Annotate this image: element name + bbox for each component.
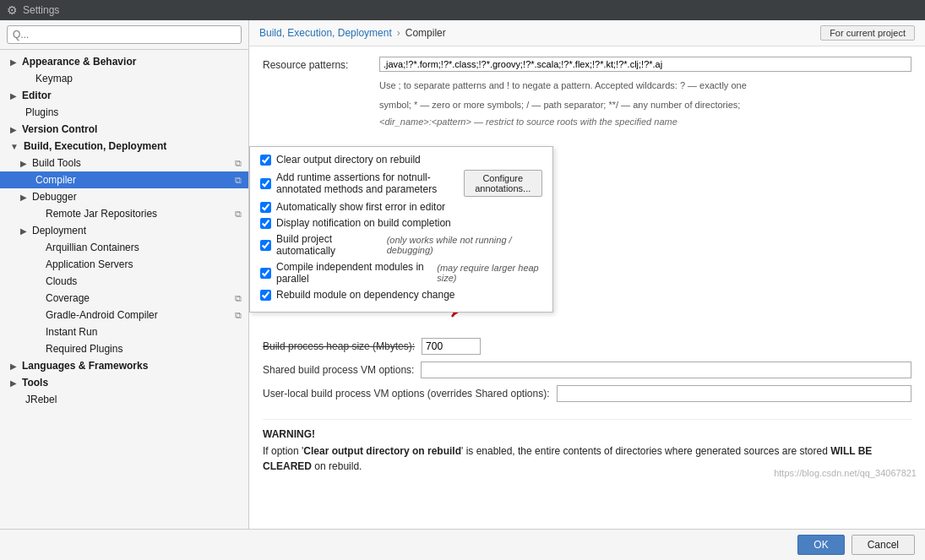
- user-local-vm-label: User-local build process VM options (ove…: [263, 388, 550, 400]
- sidebar-label-clouds: Clouds: [46, 275, 77, 287]
- checkbox-label-display-notification: Display notification on build completion: [276, 217, 451, 229]
- sidebar-item-version-control[interactable]: ▶Version Control: [0, 121, 248, 138]
- checkbox-display-notification[interactable]: [260, 218, 271, 229]
- sidebar-item-app-servers[interactable]: Application Servers: [0, 256, 248, 273]
- sidebar-label-app-servers: Application Servers: [46, 258, 133, 270]
- checkbox-row-clear-output: Clear output directory on rebuild: [260, 154, 542, 166]
- project-button[interactable]: For current project: [820, 25, 915, 41]
- breadcrumb-part1[interactable]: Build, Execution, Deployment: [259, 27, 392, 39]
- sidebar-label-required-plugins: Required Plugins: [46, 343, 122, 355]
- resource-patterns-input[interactable]: [379, 57, 911, 72]
- build-auto-note: (only works while not running / debuggin…: [387, 235, 542, 255]
- checkbox-add-runtime[interactable]: [260, 178, 271, 189]
- checkbox-row-compile-parallel: Compile independent modules in parallel(…: [260, 261, 542, 285]
- breadcrumb-part2: Compiler: [405, 27, 446, 39]
- sidebar-item-debugger[interactable]: ▶Debugger: [0, 188, 248, 205]
- help-text-2: symbol; * — zero or more symbols; / — pa…: [379, 98, 911, 112]
- tree-arrow-editor: ▶: [10, 91, 17, 101]
- sidebar-item-required-plugins[interactable]: Required Plugins: [0, 340, 248, 357]
- checkbox-row-build-automatically: Build project automatically(only works w…: [260, 233, 542, 257]
- shared-vm-input[interactable]: [421, 362, 911, 378]
- sidebar-item-instant-run[interactable]: Instant Run: [0, 323, 248, 340]
- sidebar-item-compiler[interactable]: Compiler⧉: [0, 171, 248, 188]
- copy-icon-build-tools: ⧉: [235, 158, 242, 169]
- checkbox-row-add-runtime: Add runtime assertions for notnull-annot…: [260, 170, 542, 197]
- resource-patterns-label: Resource patterns:: [263, 57, 373, 71]
- user-local-vm-input[interactable]: [557, 385, 912, 402]
- sidebar-label-languages-frameworks: Languages & Frameworks: [22, 360, 148, 372]
- sidebar-label-jrebel: JRebel: [25, 394, 57, 405]
- sidebar-item-plugins[interactable]: Plugins: [0, 104, 248, 121]
- sidebar-item-deployment[interactable]: ▶Deployment: [0, 222, 248, 239]
- sidebar-item-build-tools[interactable]: ▶Build Tools⧉: [0, 155, 248, 171]
- watermark: https://blog.csdn.net/qq_34067821: [774, 468, 917, 478]
- tree-arrow-deployment: ▶: [20, 226, 27, 236]
- checkbox-label-auto-show-error: Automatically show first error in editor: [276, 201, 445, 213]
- sidebar-item-clouds[interactable]: Clouds: [0, 273, 248, 290]
- sidebar: ▶Appearance & BehaviorKeymap▶EditorPlugi…: [0, 20, 249, 529]
- sidebar-item-appearance[interactable]: ▶Appearance & Behavior: [0, 53, 248, 70]
- copy-icon-remote-jar: ⧉: [235, 209, 242, 220]
- tree-arrow-build-exec-deploy: ▼: [10, 142, 19, 151]
- sidebar-item-tools[interactable]: ▶Tools: [0, 374, 248, 391]
- checkbox-label-rebuild-on-change: Rebuild module on dependency change: [276, 289, 455, 301]
- sidebar-label-tools: Tools: [22, 377, 48, 389]
- search-input[interactable]: [7, 25, 242, 44]
- sidebar-label-plugins: Plugins: [25, 106, 58, 118]
- sidebar-item-gradle-android[interactable]: Gradle-Android Compiler⧉: [0, 307, 248, 323]
- shared-vm-row: Shared build process VM options:: [263, 362, 911, 378]
- sidebar-item-jrebel[interactable]: JRebel: [0, 391, 248, 408]
- sidebar-label-coverage: Coverage: [46, 292, 90, 304]
- sidebar-label-build-tools: Build Tools: [32, 157, 81, 169]
- checkbox-label-clear-output: Clear output directory on rebuild: [276, 154, 421, 166]
- sidebar-tree: ▶Appearance & BehaviorKeymap▶EditorPlugi…: [0, 50, 248, 529]
- tree-arrow-debugger: ▶: [20, 193, 27, 202]
- shared-vm-label: Shared build process VM options:: [263, 364, 414, 376]
- checkbox-label-add-runtime: Add runtime assertions for notnull-annot…: [276, 171, 459, 195]
- ok-button[interactable]: OK: [797, 535, 844, 555]
- checkbox-build-automatically[interactable]: [260, 240, 271, 251]
- heap-label: Build process heap size (Mbytes):: [263, 340, 415, 352]
- sidebar-label-remote-jar: Remote Jar Repositories: [46, 208, 157, 220]
- bottom-bar: OK Cancel: [0, 529, 925, 560]
- tree-arrow-appearance: ▶: [10, 57, 17, 67]
- checkbox-rebuild-on-change[interactable]: [260, 290, 271, 301]
- sidebar-item-arquillian[interactable]: Arquillian Containers: [0, 239, 248, 256]
- checkboxes-overlay: Clear output directory on rebuildAdd run…: [249, 146, 553, 313]
- sidebar-item-editor[interactable]: ▶Editor: [0, 87, 248, 104]
- breadcrumb-sep: ›: [397, 27, 400, 39]
- sidebar-label-appearance: Appearance & Behavior: [22, 56, 136, 68]
- checkbox-compile-parallel[interactable]: [260, 268, 271, 279]
- sidebar-item-keymap[interactable]: Keymap: [0, 70, 248, 87]
- tree-arrow-languages-frameworks: ▶: [10, 362, 17, 371]
- title-bar: ⚙ Settings: [0, 0, 925, 20]
- settings-icon: ⚙: [7, 3, 18, 17]
- checkbox-row-display-notification: Display notification on build completion: [260, 217, 542, 229]
- main-panel: Build, Execution, Deployment › Compiler …: [249, 20, 925, 529]
- sidebar-label-debugger: Debugger: [32, 191, 77, 203]
- sidebar-item-languages-frameworks[interactable]: ▶Languages & Frameworks: [0, 357, 248, 374]
- user-local-vm-row: User-local build process VM options (ove…: [263, 385, 911, 402]
- sidebar-label-keymap: Keymap: [35, 73, 73, 84]
- sidebar-label-compiler: Compiler: [35, 174, 76, 186]
- compile-parallel-note: (may require larger heap size): [437, 263, 542, 283]
- dir-name-text: <dir_name>:<pattern> — restrict to sourc…: [379, 117, 911, 127]
- checkbox-row-rebuild-on-change: Rebuild module on dependency change: [260, 289, 542, 301]
- checkbox-label-compile-parallel: Compile independent modules in parallel: [276, 261, 432, 285]
- copy-icon-coverage: ⧉: [235, 293, 242, 304]
- sidebar-item-remote-jar[interactable]: Remote Jar Repositories⧉: [0, 205, 248, 222]
- search-box: [0, 20, 248, 50]
- sidebar-label-build-exec-deploy: Build, Execution, Deployment: [24, 140, 166, 152]
- copy-icon-gradle-android: ⧉: [235, 310, 242, 321]
- sidebar-item-coverage[interactable]: Coverage⧉: [0, 290, 248, 307]
- checkbox-auto-show-error[interactable]: [260, 202, 271, 213]
- checkbox-clear-output[interactable]: [260, 155, 271, 166]
- sidebar-label-instant-run: Instant Run: [46, 326, 97, 338]
- configure-annotations-button[interactable]: Configure annotations...: [464, 170, 543, 197]
- copy-icon-compiler: ⧉: [235, 175, 242, 186]
- checkbox-label-build-automatically: Build project automatically: [276, 233, 382, 257]
- heap-input[interactable]: [422, 338, 481, 355]
- sidebar-item-build-exec-deploy[interactable]: ▼Build, Execution, Deployment: [0, 138, 248, 155]
- cancel-button[interactable]: Cancel: [852, 535, 915, 555]
- sidebar-label-gradle-android: Gradle-Android Compiler: [46, 309, 158, 321]
